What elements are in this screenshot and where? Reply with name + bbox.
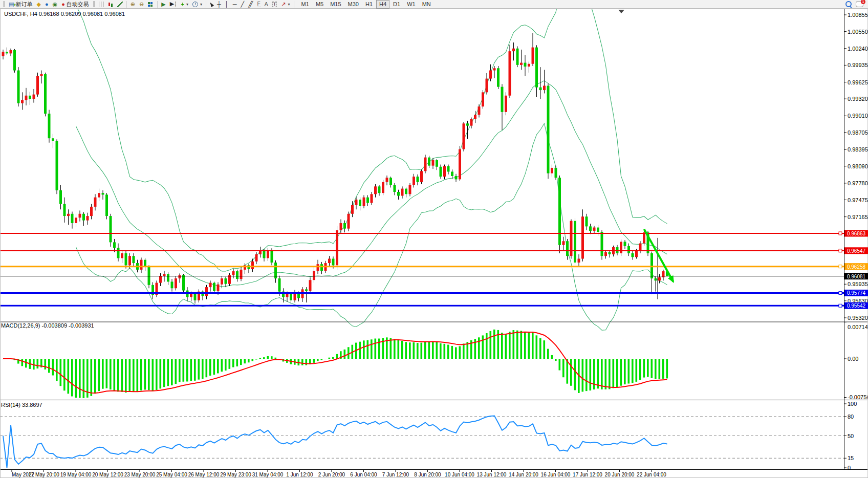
cursor-button[interactable]: [208, 1, 214, 8]
toolbar-separator: [294, 1, 294, 8]
fibonacci-button[interactable]: F: [255, 1, 262, 8]
vertical-line-button[interactable]: │: [224, 1, 230, 8]
timeframe-button-M30[interactable]: M30: [345, 0, 362, 9]
svg-text:20 May 12:00: 20 May 12:00: [92, 472, 123, 477]
svg-text:6 Jun 04:00: 6 Jun 04:00: [350, 472, 377, 477]
svg-text:0.95542: 0.95542: [847, 303, 866, 309]
timeframe-button-M5[interactable]: M5: [313, 0, 327, 9]
svg-text:0.98705: 0.98705: [848, 129, 868, 136]
signal-icon: ◉: [53, 1, 58, 8]
crosshair-icon: ┼: [217, 1, 221, 8]
autotrading-button[interactable]: ● 自动交易: [60, 1, 91, 8]
svg-text:8 Jun 20:00: 8 Jun 20:00: [414, 472, 441, 477]
publish-icon: ◆: [36, 1, 40, 8]
price-axis[interactable]: 1.008551.005501.002400.999350.996250.993…: [844, 12, 868, 321]
candlestick-series: [2, 33, 669, 303]
periods-button[interactable]: ▾: [191, 1, 204, 8]
svg-text:0.99935: 0.99935: [848, 62, 868, 68]
zoom-in-icon: ⊕: [131, 1, 135, 8]
svg-text:0.96081: 0.96081: [847, 274, 866, 279]
text-label-icon: T: [272, 2, 277, 7]
svg-text:0.007142: 0.007142: [848, 324, 868, 330]
mt4-terminal: { "toolbar": { "new_order_label": "新订单",…: [0, 0, 868, 478]
svg-text:26 May 12:00: 26 May 12:00: [188, 472, 220, 477]
chart-line-icon: [117, 2, 123, 7]
horizontal-line-button[interactable]: ─: [231, 1, 238, 8]
arrows-button[interactable]: ↗▾: [279, 1, 291, 8]
trendline-button[interactable]: ╱: [240, 1, 246, 8]
search-icon[interactable]: [845, 1, 852, 7]
text-label-button[interactable]: T: [271, 1, 279, 8]
add-indicator-icon: +: [181, 1, 184, 8]
text-icon: A: [265, 1, 268, 8]
autotrading-icon: ●: [61, 1, 65, 8]
timeframe-button-H1[interactable]: H1: [362, 0, 376, 9]
svg-text:1.00855: 1.00855: [848, 12, 868, 18]
svg-text:0.96258: 0.96258: [847, 264, 866, 270]
svg-text:19 May 04:00: 19 May 04:00: [60, 472, 92, 477]
timeframe-button-M1[interactable]: M1: [298, 0, 312, 9]
cursor-icon: [209, 2, 214, 7]
horizontal-line-icon: ─: [233, 1, 237, 8]
add-indicator-button[interactable]: +▾: [180, 1, 190, 8]
trendline-icon: ╱: [241, 1, 245, 8]
chart-canvas[interactable]: 0.0071420.00-0.007561 1008050150 1.00855…: [0, 0, 868, 478]
timeframe-button-M15[interactable]: M15: [327, 0, 344, 9]
new-order-button[interactable]: ▤+ 新订单: [7, 1, 34, 8]
chart-candles-icon: [108, 3, 110, 6]
chart-bars-button[interactable]: [97, 1, 106, 8]
svg-text:0.97475: 0.97475: [848, 197, 868, 203]
community-button[interactable]: ●: [44, 1, 50, 8]
chart-shift-icon: ▶┆: [170, 1, 177, 8]
chart-title: USDCHF, H4 0.96168 0.96209 0.96081 0.960…: [4, 11, 125, 17]
chevron-down-icon: ▾: [288, 2, 290, 7]
svg-text:-0.007561: -0.007561: [848, 394, 868, 400]
svg-text:0.97780: 0.97780: [848, 180, 868, 186]
timeframe-button-MN[interactable]: MN: [419, 0, 434, 9]
toolbar-grip[interactable]: [3, 1, 5, 7]
chevron-down-icon: ▾: [186, 2, 188, 7]
community-icon: ●: [45, 1, 49, 8]
fibonacci-icon: F: [257, 1, 260, 7]
channel-button[interactable]: ╱╱: [247, 1, 254, 8]
chart-bars-icon: [99, 2, 104, 7]
rsi-panel: 1008050150: [0, 401, 857, 471]
tiled-windows-icon: [148, 2, 150, 4]
notification-badge: 1: [861, 0, 865, 4]
zoom-in-button[interactable]: ⊕: [129, 1, 137, 8]
auto-scroll-button[interactable]: ▶: [160, 1, 167, 8]
zoom-out-button[interactable]: ⊖: [138, 1, 145, 8]
text-button[interactable]: A: [263, 1, 270, 8]
toolbar-right-group: 1: [845, 1, 866, 7]
chart-shift-button[interactable]: ▶┆: [168, 1, 179, 8]
panel-borders: [0, 0, 868, 478]
chart-candles-button[interactable]: [107, 1, 115, 8]
svg-text:0.96547: 0.96547: [847, 248, 866, 254]
svg-text:23 May 20:00: 23 May 20:00: [124, 472, 156, 477]
svg-text:0: 0: [848, 465, 851, 471]
timeframe-toolbar: M1M5M15M30H1H4D1W1MN: [298, 0, 434, 9]
time-axis[interactable]: May 202217 May 20:0019 May 04:0020 May 1…: [12, 470, 666, 477]
publish-button[interactable]: ◆: [35, 1, 42, 8]
signals-button[interactable]: ◉: [51, 1, 59, 8]
toolbar-grip[interactable]: [93, 1, 95, 7]
svg-text:31 May 04:00: 31 May 04:00: [252, 472, 284, 477]
new-order-icon: ▤+: [9, 1, 14, 8]
macd-panel: 0.0071420.00-0.007561: [2, 322, 868, 401]
svg-text:0.98090: 0.98090: [848, 163, 868, 169]
svg-text:0.95935: 0.95935: [848, 281, 868, 287]
new-order-label: 新订单: [15, 1, 32, 8]
toolbar-separator: [126, 1, 127, 8]
zoom-out-icon: ⊖: [139, 1, 144, 8]
svg-text:7 Jun 12:00: 7 Jun 12:00: [382, 472, 409, 477]
svg-text:0.00: 0.00: [848, 356, 858, 362]
svg-text:0.98395: 0.98395: [848, 146, 868, 153]
timeframe-button-W1[interactable]: W1: [404, 0, 419, 9]
timeframe-button-H4[interactable]: H4: [376, 0, 389, 9]
chart-line-button[interactable]: [116, 1, 124, 8]
timeframe-button-D1[interactable]: D1: [390, 0, 403, 9]
toolbar-separator: [206, 1, 206, 8]
notification-bubble-icon[interactable]: 1: [856, 1, 863, 7]
crosshair-button[interactable]: ┼: [215, 1, 223, 8]
tile-windows-button[interactable]: [146, 1, 155, 8]
